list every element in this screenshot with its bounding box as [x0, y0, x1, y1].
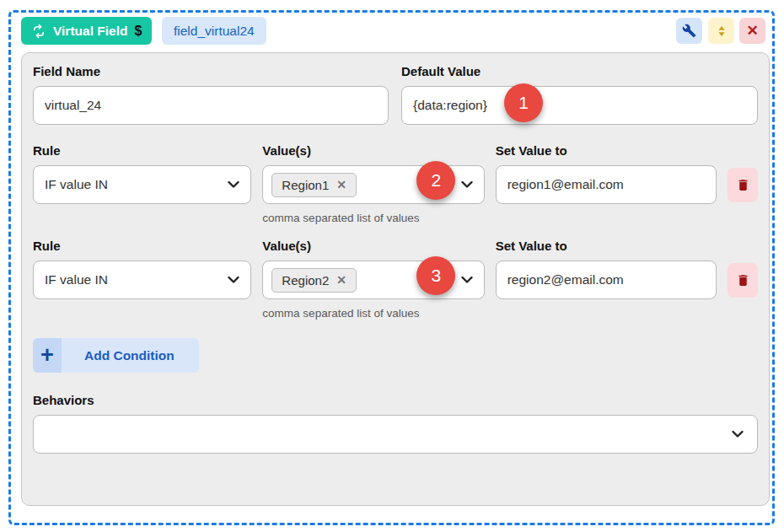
set-value-input[interactable] — [496, 165, 717, 204]
trash-icon — [736, 177, 750, 193]
rule-label: Rule — [33, 239, 251, 253]
values-label: Value(s) — [262, 239, 484, 253]
rule-label: Rule — [33, 143, 251, 158]
chevron-down-icon — [461, 181, 473, 189]
configure-button[interactable] — [676, 18, 702, 44]
value-chip[interactable]: Region2 ✕ — [271, 268, 357, 293]
set-value-input[interactable] — [496, 261, 717, 299]
field-id-badge: field_virtual24 — [162, 17, 266, 45]
values-helper-text: comma separated list of values — [262, 212, 484, 224]
annotation-badge-1: 1 — [504, 83, 543, 122]
default-value-label: Default Value — [401, 64, 758, 78]
chip-remove-icon[interactable]: ✕ — [336, 273, 346, 287]
type-badge-label: Virtual Field — [53, 24, 127, 39]
wrench-icon — [682, 24, 696, 38]
value-chip-label: Region2 — [282, 273, 329, 287]
default-value-input[interactable] — [401, 86, 758, 125]
add-condition-button[interactable]: + Add Condition — [33, 338, 199, 373]
virtual-field-type-badge: Virtual Field $ — [21, 17, 152, 45]
behaviors-label: Behaviors — [33, 393, 758, 407]
close-icon: ✕ — [746, 22, 758, 40]
add-condition-label: Add Condition — [62, 338, 199, 373]
close-button[interactable]: ✕ — [739, 18, 765, 44]
trash-icon — [736, 272, 750, 288]
chevron-down-icon — [228, 277, 239, 284]
delete-condition-button[interactable] — [728, 263, 758, 298]
chevron-down-icon — [732, 431, 744, 438]
field-settings-panel: Field Name Default Value 1 Rule IF value… — [21, 52, 770, 506]
values-helper-text: comma separated list of values — [262, 307, 484, 320]
value-chip[interactable]: Region1 ✕ — [271, 173, 357, 197]
chip-remove-icon[interactable]: ✕ — [336, 178, 346, 191]
swap-arrows-icon — [31, 24, 46, 39]
rule-select-value: IF value IN — [45, 272, 108, 287]
reorder-button[interactable] — [708, 18, 734, 44]
rule-select[interactable]: IF value IN — [33, 261, 251, 299]
set-value-label: Set Value to — [496, 143, 717, 158]
rule-select[interactable]: IF value IN — [33, 165, 251, 204]
set-value-label: Set Value to — [496, 239, 717, 253]
condition-row: Rule IF value IN Value(s) Region1 ✕ — [33, 143, 758, 224]
condition-row: Rule IF value IN Value(s) Region2 ✕ — [33, 239, 758, 320]
plus-icon: + — [33, 338, 62, 373]
field-name-input[interactable] — [33, 86, 389, 125]
chevron-down-icon — [461, 277, 473, 284]
field-name-label: Field Name — [33, 64, 389, 78]
dollar-indicator: $ — [134, 24, 142, 39]
value-chip-label: Region1 — [282, 178, 329, 192]
rule-select-value: IF value IN — [45, 177, 108, 192]
field-id-label: field_virtual24 — [174, 24, 255, 39]
chevron-down-icon — [228, 181, 239, 189]
values-label: Value(s) — [262, 143, 484, 158]
behaviors-select[interactable] — [33, 415, 758, 454]
delete-condition-button[interactable] — [728, 168, 758, 202]
sort-up-down-icon — [715, 24, 728, 38]
